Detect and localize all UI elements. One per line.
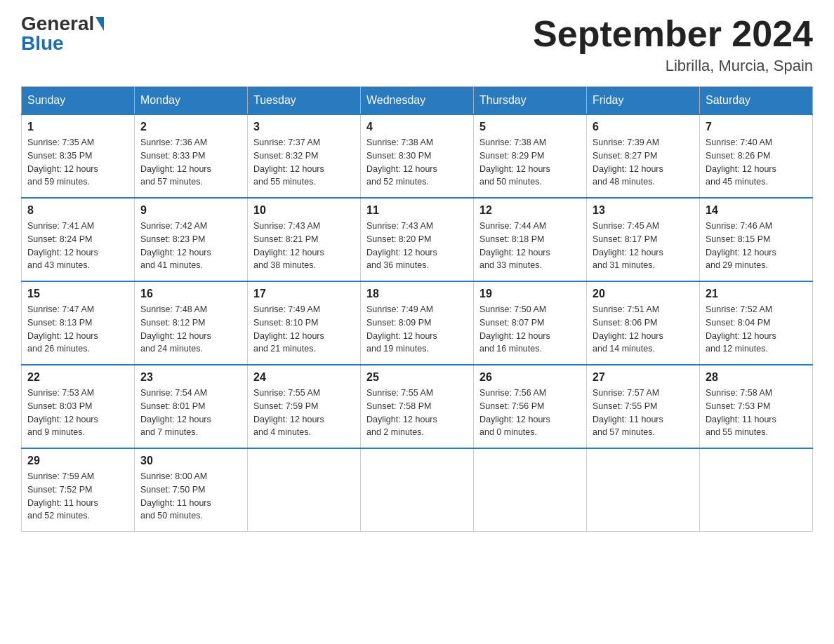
table-row: 23 Sunrise: 7:54 AMSunset: 8:01 PMDaylig… bbox=[135, 365, 248, 448]
table-row: 5 Sunrise: 7:38 AMSunset: 8:29 PMDayligh… bbox=[474, 114, 587, 198]
day-number: 7 bbox=[706, 121, 807, 133]
day-number: 16 bbox=[140, 288, 241, 300]
table-row: 2 Sunrise: 7:36 AMSunset: 8:33 PMDayligh… bbox=[135, 114, 248, 198]
day-number: 11 bbox=[366, 204, 468, 217]
calendar-table: Sunday Monday Tuesday Wednesday Thursday… bbox=[21, 86, 813, 532]
day-number: 29 bbox=[27, 455, 128, 467]
page-header: General Blue September 2024 Librilla, Mu… bbox=[21, 14, 813, 75]
day-number: 20 bbox=[593, 288, 694, 300]
day-info: Sunrise: 7:37 AMSunset: 8:32 PMDaylight:… bbox=[253, 136, 355, 189]
table-row: 15 Sunrise: 7:47 AMSunset: 8:13 PMDaylig… bbox=[22, 281, 135, 365]
day-number: 17 bbox=[253, 288, 355, 300]
day-number: 25 bbox=[366, 371, 468, 384]
day-number: 9 bbox=[140, 204, 241, 217]
header-tuesday: Tuesday bbox=[248, 87, 361, 115]
table-row: 30 Sunrise: 8:00 AMSunset: 7:50 PMDaylig… bbox=[135, 448, 248, 532]
table-row: 24 Sunrise: 7:55 AMSunset: 7:59 PMDaylig… bbox=[248, 365, 361, 448]
day-info: Sunrise: 7:58 AMSunset: 7:53 PMDaylight:… bbox=[706, 387, 807, 439]
day-number: 3 bbox=[253, 121, 355, 133]
logo-blue-text: Blue bbox=[21, 34, 64, 53]
day-info: Sunrise: 7:59 AMSunset: 7:52 PMDaylight:… bbox=[27, 470, 128, 523]
table-row: 10 Sunrise: 7:43 AMSunset: 8:21 PMDaylig… bbox=[248, 198, 361, 281]
table-row bbox=[361, 448, 474, 532]
calendar-week-row: 8 Sunrise: 7:41 AMSunset: 8:24 PMDayligh… bbox=[22, 198, 813, 281]
calendar-header-row: Sunday Monday Tuesday Wednesday Thursday… bbox=[22, 87, 813, 115]
day-number: 10 bbox=[253, 204, 355, 217]
calendar-week-row: 1 Sunrise: 7:35 AMSunset: 8:35 PMDayligh… bbox=[22, 114, 813, 198]
table-row: 25 Sunrise: 7:55 AMSunset: 7:58 PMDaylig… bbox=[361, 365, 474, 448]
day-number: 8 bbox=[27, 204, 128, 217]
logo-triangle-icon bbox=[95, 17, 104, 31]
logo: General Blue bbox=[21, 14, 104, 53]
logo-general-text: General bbox=[21, 14, 94, 34]
day-info: Sunrise: 7:45 AMSunset: 8:17 PMDaylight:… bbox=[593, 220, 694, 272]
table-row: 7 Sunrise: 7:40 AMSunset: 8:26 PMDayligh… bbox=[700, 114, 813, 198]
day-number: 4 bbox=[366, 121, 468, 133]
header-thursday: Thursday bbox=[474, 87, 587, 115]
day-number: 14 bbox=[706, 204, 807, 217]
table-row bbox=[474, 448, 587, 532]
table-row: 16 Sunrise: 7:48 AMSunset: 8:12 PMDaylig… bbox=[135, 281, 248, 365]
day-number: 30 bbox=[140, 455, 241, 467]
calendar-week-row: 15 Sunrise: 7:47 AMSunset: 8:13 PMDaylig… bbox=[22, 281, 813, 365]
day-number: 19 bbox=[479, 288, 581, 300]
day-number: 21 bbox=[706, 288, 807, 300]
table-row: 11 Sunrise: 7:43 AMSunset: 8:20 PMDaylig… bbox=[361, 198, 474, 281]
day-info: Sunrise: 7:38 AMSunset: 8:30 PMDaylight:… bbox=[366, 136, 468, 189]
table-row: 8 Sunrise: 7:41 AMSunset: 8:24 PMDayligh… bbox=[22, 198, 135, 281]
table-row: 3 Sunrise: 7:37 AMSunset: 8:32 PMDayligh… bbox=[248, 114, 361, 198]
day-number: 2 bbox=[140, 121, 241, 133]
table-row bbox=[587, 448, 700, 532]
day-info: Sunrise: 7:44 AMSunset: 8:18 PMDaylight:… bbox=[479, 220, 581, 272]
day-info: Sunrise: 7:41 AMSunset: 8:24 PMDaylight:… bbox=[27, 220, 128, 272]
day-number: 22 bbox=[27, 371, 128, 384]
day-info: Sunrise: 7:39 AMSunset: 8:27 PMDaylight:… bbox=[593, 136, 694, 189]
location-text: Librilla, Murcia, Spain bbox=[533, 57, 813, 75]
header-friday: Friday bbox=[587, 87, 700, 115]
day-info: Sunrise: 7:51 AMSunset: 8:06 PMDaylight:… bbox=[593, 303, 694, 356]
table-row: 22 Sunrise: 7:53 AMSunset: 8:03 PMDaylig… bbox=[22, 365, 135, 448]
month-title: September 2024 bbox=[533, 14, 813, 54]
day-info: Sunrise: 7:50 AMSunset: 8:07 PMDaylight:… bbox=[479, 303, 581, 356]
day-info: Sunrise: 8:00 AMSunset: 7:50 PMDaylight:… bbox=[140, 470, 241, 523]
day-number: 24 bbox=[253, 371, 355, 384]
day-number: 1 bbox=[27, 121, 128, 133]
day-number: 18 bbox=[366, 288, 468, 300]
table-row: 17 Sunrise: 7:49 AMSunset: 8:10 PMDaylig… bbox=[248, 281, 361, 365]
table-row: 6 Sunrise: 7:39 AMSunset: 8:27 PMDayligh… bbox=[587, 114, 700, 198]
table-row: 9 Sunrise: 7:42 AMSunset: 8:23 PMDayligh… bbox=[135, 198, 248, 281]
table-row: 18 Sunrise: 7:49 AMSunset: 8:09 PMDaylig… bbox=[361, 281, 474, 365]
header-monday: Monday bbox=[135, 87, 248, 115]
day-info: Sunrise: 7:43 AMSunset: 8:21 PMDaylight:… bbox=[253, 220, 355, 272]
table-row: 27 Sunrise: 7:57 AMSunset: 7:55 PMDaylig… bbox=[587, 365, 700, 448]
day-info: Sunrise: 7:49 AMSunset: 8:09 PMDaylight:… bbox=[366, 303, 468, 356]
calendar-week-row: 22 Sunrise: 7:53 AMSunset: 8:03 PMDaylig… bbox=[22, 365, 813, 448]
table-row: 28 Sunrise: 7:58 AMSunset: 7:53 PMDaylig… bbox=[700, 365, 813, 448]
table-row: 12 Sunrise: 7:44 AMSunset: 8:18 PMDaylig… bbox=[474, 198, 587, 281]
day-info: Sunrise: 7:55 AMSunset: 7:59 PMDaylight:… bbox=[253, 387, 355, 439]
day-info: Sunrise: 7:49 AMSunset: 8:10 PMDaylight:… bbox=[253, 303, 355, 356]
day-info: Sunrise: 7:48 AMSunset: 8:12 PMDaylight:… bbox=[140, 303, 241, 356]
table-row: 26 Sunrise: 7:56 AMSunset: 7:56 PMDaylig… bbox=[474, 365, 587, 448]
table-row: 20 Sunrise: 7:51 AMSunset: 8:06 PMDaylig… bbox=[587, 281, 700, 365]
day-info: Sunrise: 7:42 AMSunset: 8:23 PMDaylight:… bbox=[140, 220, 241, 272]
header-sunday: Sunday bbox=[22, 87, 135, 115]
table-row bbox=[248, 448, 361, 532]
day-info: Sunrise: 7:46 AMSunset: 8:15 PMDaylight:… bbox=[706, 220, 807, 272]
header-saturday: Saturday bbox=[700, 87, 813, 115]
table-row: 29 Sunrise: 7:59 AMSunset: 7:52 PMDaylig… bbox=[22, 448, 135, 532]
day-info: Sunrise: 7:47 AMSunset: 8:13 PMDaylight:… bbox=[27, 303, 128, 356]
day-number: 28 bbox=[706, 371, 807, 384]
day-number: 15 bbox=[27, 288, 128, 300]
table-row: 13 Sunrise: 7:45 AMSunset: 8:17 PMDaylig… bbox=[587, 198, 700, 281]
day-number: 23 bbox=[140, 371, 241, 384]
calendar-week-row: 29 Sunrise: 7:59 AMSunset: 7:52 PMDaylig… bbox=[22, 448, 813, 532]
day-number: 26 bbox=[479, 371, 581, 384]
day-info: Sunrise: 7:35 AMSunset: 8:35 PMDaylight:… bbox=[27, 136, 128, 189]
table-row: 21 Sunrise: 7:52 AMSunset: 8:04 PMDaylig… bbox=[700, 281, 813, 365]
day-info: Sunrise: 7:53 AMSunset: 8:03 PMDaylight:… bbox=[27, 387, 128, 439]
day-number: 5 bbox=[479, 121, 581, 133]
day-info: Sunrise: 7:57 AMSunset: 7:55 PMDaylight:… bbox=[593, 387, 694, 439]
day-info: Sunrise: 7:36 AMSunset: 8:33 PMDaylight:… bbox=[140, 136, 241, 189]
day-number: 12 bbox=[479, 204, 581, 217]
